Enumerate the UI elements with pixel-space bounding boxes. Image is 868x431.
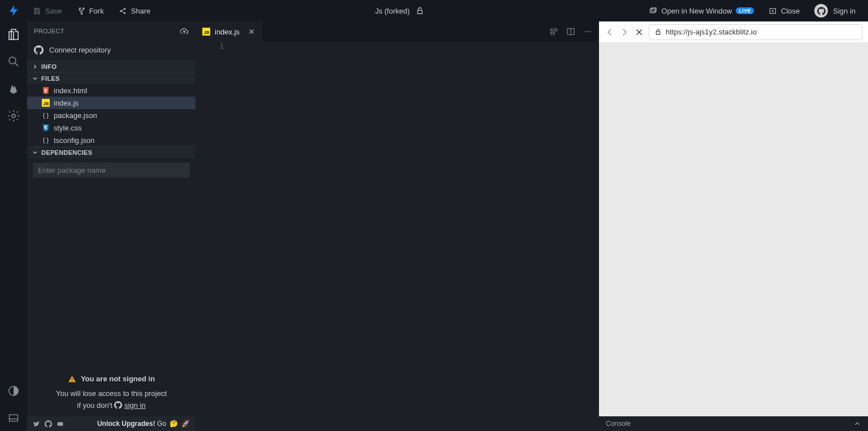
console-toggle[interactable]: Console [606, 420, 631, 428]
chevron-up-icon[interactable] [853, 420, 861, 428]
close-preview-icon[interactable] [634, 27, 644, 37]
split-editor-icon[interactable] [566, 27, 575, 36]
editor: JS index.js 1 [196, 21, 599, 431]
signin-label: Sign in [833, 7, 856, 15]
connect-repo-label: Connect repository [49, 46, 111, 54]
fork-label: Fork [89, 7, 104, 15]
svg-rect-12 [72, 378, 72, 380]
svg-rect-9 [10, 415, 18, 421]
file-label: index.js [54, 99, 79, 107]
twitter-icon[interactable] [33, 420, 40, 428]
file-label: tsconfig.json [54, 136, 94, 145]
file-index-html[interactable]: index.html [27, 84, 196, 97]
sidebar: PROJECT Connect repository INFO FILES in… [27, 21, 196, 431]
chevron-right-icon [32, 63, 38, 70]
search-icon[interactable] [6, 54, 21, 69]
json-file-icon: { } [42, 111, 50, 119]
section-info[interactable]: INFO [27, 60, 196, 72]
firebase-icon[interactable] [6, 81, 21, 96]
project-title-group[interactable]: Js (forked) [375, 6, 424, 15]
theme-toggle-icon[interactable] [6, 384, 21, 398]
section-files-label: FILES [41, 75, 60, 82]
close-panel-icon [769, 7, 777, 15]
svg-rect-13 [72, 381, 72, 381]
svg-point-7 [12, 114, 15, 117]
github-icon [114, 401, 122, 409]
file-index-js[interactable]: JS index.js [27, 97, 196, 109]
json-file-icon: { } [42, 136, 50, 144]
save-icon [33, 7, 41, 15]
file-package-json[interactable]: { } package.json [27, 109, 196, 121]
sidebar-footer: Unlock Upgrades! Go 🤔 🚀 [27, 416, 196, 431]
lock-icon [654, 28, 662, 36]
file-style-css[interactable]: style.css [27, 121, 196, 134]
svg-rect-4 [652, 7, 656, 11]
connect-repository[interactable]: Connect repository [27, 41, 196, 60]
close-tab-icon[interactable] [248, 28, 255, 36]
preview-content[interactable] [599, 43, 868, 416]
unlock-upgrades[interactable]: Unlock Upgrades! Go [97, 420, 166, 428]
fork-icon [77, 7, 85, 15]
more-actions-icon[interactable] [583, 27, 592, 36]
svg-point-20 [589, 31, 591, 32]
explorer-icon[interactable] [6, 27, 21, 42]
sidebar-title-label: PROJECT [34, 28, 64, 34]
save-label: Save [45, 7, 62, 15]
js-file-icon: JS [42, 99, 50, 107]
preview-url: https://js-ajs1y2.stackblitz.io [666, 28, 757, 36]
forward-icon[interactable] [619, 27, 630, 37]
line-gutter: 1 [196, 42, 236, 431]
notice-line1: You will lose access to this project [35, 388, 188, 400]
signin-notice: You are not signed in You will lose acce… [27, 367, 196, 416]
css-file-icon [42, 124, 50, 132]
svg-rect-14 [58, 422, 63, 426]
svg-point-2 [124, 12, 125, 14]
section-files[interactable]: FILES [27, 72, 196, 84]
section-dependencies[interactable]: DEPENDENCIES [27, 146, 196, 158]
file-label: package.json [54, 111, 97, 120]
thinking-face-icon: 🤔 [170, 420, 178, 428]
svg-point-6 [9, 57, 16, 64]
share-button[interactable]: Share [113, 4, 157, 18]
fork-button[interactable]: Fork [71, 4, 110, 18]
share-icon [119, 7, 127, 15]
section-deps-label: DEPENDENCIES [41, 149, 92, 156]
preview-toolbar: https://js-ajs1y2.stackblitz.io [599, 21, 868, 43]
preview-footer: Console [599, 416, 868, 431]
cloud-upload-icon[interactable] [180, 27, 189, 36]
discord-icon[interactable] [57, 420, 64, 428]
github-avatar-icon [814, 4, 828, 18]
preview-pane: https://js-ajs1y2.stackblitz.io Console [599, 21, 868, 431]
github-icon[interactable] [45, 420, 52, 428]
chevron-down-icon [32, 75, 38, 82]
tab-label: index.js [215, 28, 240, 36]
open-new-window-label: Open in New Window [661, 7, 732, 15]
svg-point-1 [124, 8, 125, 10]
close-button[interactable]: Close [763, 4, 805, 18]
section-info-label: INFO [41, 63, 57, 70]
back-icon[interactable] [605, 27, 615, 37]
open-new-window-button[interactable]: Open in New Window LIVE [643, 4, 760, 18]
chevron-down-icon [32, 149, 38, 156]
tab-index-js[interactable]: JS index.js [196, 21, 262, 42]
svg-point-18 [585, 31, 586, 32]
close-label: Close [781, 7, 800, 15]
panel-toggle-icon[interactable] [6, 411, 21, 425]
format-icon[interactable] [549, 27, 558, 36]
signin-link[interactable]: sign in [124, 401, 146, 410]
preview-url-bar[interactable]: https://js-ajs1y2.stackblitz.io [649, 24, 862, 40]
rocket-icon: 🚀 [181, 420, 190, 428]
dependency-input[interactable] [33, 163, 190, 178]
signin-button[interactable]: Sign in [809, 1, 861, 20]
stackblitz-logo[interactable] [7, 4, 20, 18]
file-label: index.html [54, 86, 87, 95]
sidebar-title: PROJECT [27, 21, 196, 41]
svg-rect-3 [650, 8, 656, 12]
warning-icon [68, 375, 76, 384]
svg-point-19 [587, 31, 588, 32]
save-button[interactable]: Save [27, 4, 68, 18]
file-tsconfig-json[interactable]: { } tsconfig.json [27, 134, 196, 146]
settings-icon[interactable] [6, 108, 21, 123]
svg-rect-5 [770, 8, 776, 14]
code-area[interactable] [236, 42, 599, 431]
